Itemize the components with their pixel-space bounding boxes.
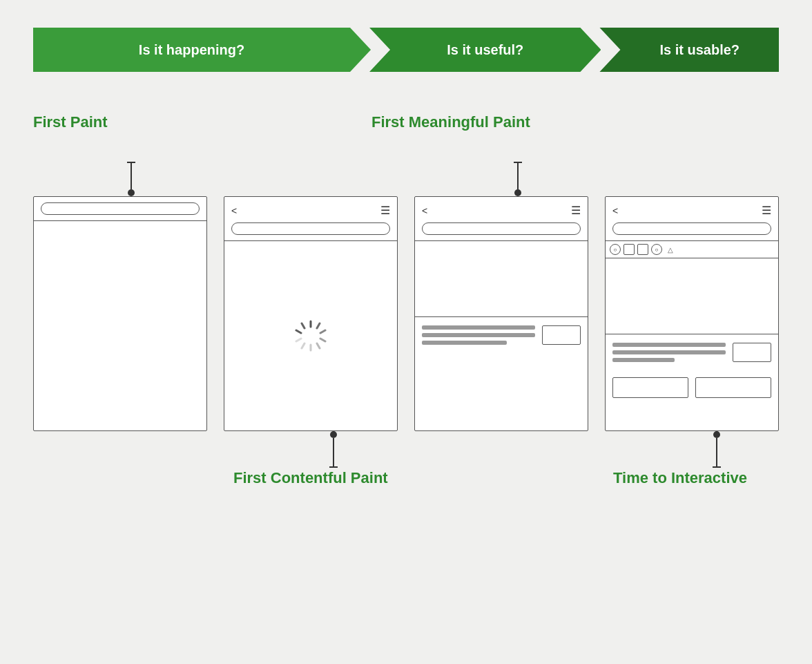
svg-line-4 <box>317 343 320 348</box>
fcp-connector-bottom <box>330 431 337 468</box>
tti-text-lines <box>612 343 726 362</box>
svg-line-2 <box>320 330 325 333</box>
nav-back-icon-3: < <box>612 205 618 216</box>
screen-tti-buttons <box>606 370 778 405</box>
screen-tti-text-area <box>606 334 778 370</box>
fmp-button <box>542 325 581 345</box>
bottom-labels-row: First Contentful Paint Time to Interacti… <box>33 469 779 504</box>
svg-line-1 <box>317 323 320 328</box>
banner-arrow-1: Is it happening? <box>33 28 371 72</box>
screen-fmp-content <box>415 241 588 430</box>
text-line-3 <box>422 341 507 345</box>
nav-menu-icon-2: ☰ <box>571 204 581 217</box>
screen-fp-body <box>34 221 206 430</box>
first-paint-label: First Paint <box>33 113 108 131</box>
nav-menu-icon: ☰ <box>380 204 390 217</box>
screen-tti-content <box>606 258 778 430</box>
svg-line-9 <box>302 323 304 328</box>
banner-arrow-1-label: Is it happening? <box>139 42 244 58</box>
screen-fmp-search <box>422 222 581 235</box>
banner-arrow-3: Is it usable? <box>599 28 779 72</box>
svg-line-8 <box>296 330 301 333</box>
screen-tti-nav: < ☰ <box>612 202 771 218</box>
screen-first-paint <box>33 196 207 431</box>
svg-line-6 <box>302 343 304 348</box>
screen-tti-tabs: ○ ○ △ <box>606 241 778 258</box>
screen-fmp-image <box>415 241 588 317</box>
screen-fp-header <box>34 197 206 221</box>
text-line-2 <box>422 333 535 337</box>
diagram: First Paint First Meaningful Paint <box>33 113 779 504</box>
svg-line-7 <box>296 339 301 341</box>
screen-tti-image <box>606 258 778 334</box>
bottom-connectors <box>33 431 779 469</box>
time-to-interactive-label: Time to Interactive <box>613 469 747 487</box>
tti-button <box>733 343 771 362</box>
nav-back-icon: < <box>231 205 237 216</box>
top-labels-row: First Paint First Meaningful Paint <box>33 113 779 162</box>
screen-fcp-header: < ☰ <box>224 197 397 241</box>
screen-tti-header: < ☰ <box>606 197 778 241</box>
banner-arrow-2-label: Is it useful? <box>447 42 523 58</box>
fmp-connector-top <box>514 162 521 196</box>
tab-circle-2: ○ <box>651 244 662 255</box>
fmp-text-lines <box>422 325 535 345</box>
screen-fmp-header: < ☰ <box>415 197 588 241</box>
svg-line-3 <box>320 339 325 341</box>
screen-tti-search <box>612 222 771 235</box>
screen-fcp-search <box>231 222 390 235</box>
tab-triangle: △ <box>665 244 676 255</box>
banner-arrow-3-label: Is it usable? <box>659 42 740 58</box>
banner-arrow-2: Is it useful? <box>369 28 601 72</box>
top-connectors <box>33 162 779 196</box>
screen-fmp-text-area <box>415 317 588 353</box>
nav-back-icon-2: < <box>422 205 427 216</box>
text-line-1 <box>422 325 535 330</box>
first-meaningful-paint-label: First Meaningful Paint <box>371 113 530 131</box>
tti-text-line-2 <box>612 350 726 354</box>
tti-text-line-3 <box>612 358 675 362</box>
tti-btn-2 <box>695 377 771 398</box>
fp-connector-top <box>128 162 135 196</box>
tab-circle: ○ <box>610 244 621 255</box>
banner: Is it happening? Is it useful? Is it usa… <box>33 28 779 72</box>
screens-row: < ☰ <box>33 196 779 431</box>
screen-first-meaningful-paint: < ☰ <box>414 196 588 431</box>
screen-fmp-nav: < ☰ <box>422 202 581 218</box>
screen-fp-search <box>41 202 200 215</box>
tti-btn-1 <box>612 377 688 398</box>
tti-connector-bottom <box>713 431 720 468</box>
screen-first-contentful-paint: < ☰ <box>224 196 398 431</box>
nav-menu-icon-3: ☰ <box>762 204 771 217</box>
tab-square-1 <box>624 244 635 255</box>
tti-text-line-1 <box>612 343 726 347</box>
loading-spinner <box>293 319 328 353</box>
screen-fcp-body <box>224 241 397 430</box>
first-contentful-paint-label: First Contentful Paint <box>233 469 388 487</box>
screen-time-to-interactive: < ☰ ○ ○ △ <box>605 196 779 431</box>
screen-fcp-nav: < ☰ <box>231 202 390 218</box>
tab-square-2 <box>637 244 648 255</box>
